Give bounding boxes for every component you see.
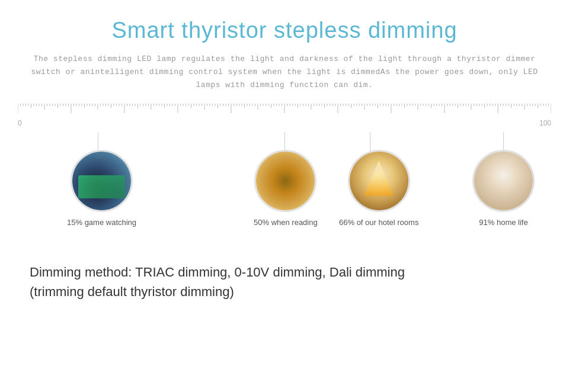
connector-home-life [503, 132, 504, 151]
circle-hotel-rooms [348, 150, 410, 212]
label-when-reading: 50% when reading [254, 218, 318, 227]
ruler [18, 104, 551, 120]
circle-game-watching [71, 150, 133, 212]
dimming-method-text: Dimming method: TRIAC dimming, 0-10V dim… [30, 262, 539, 301]
ruler-max-label: 100 [539, 119, 551, 127]
scene-hotel-rooms [350, 152, 408, 210]
item-game-watching: 15% game watching [67, 150, 136, 227]
scene-game-watching [72, 152, 131, 210]
dimming-line1: Dimming method: TRIAC dimming, 0-10V dim… [30, 265, 405, 279]
connector-hotel-rooms [370, 132, 370, 151]
ruler-min-label: 0 [18, 119, 22, 127]
page-container: Smart thyristor stepless dimming The ste… [0, 0, 569, 392]
label-home-life: 91% home life [479, 218, 528, 227]
circle-home-life [472, 150, 535, 212]
dimming-method-section: Dimming method: TRIAC dimming, 0-10V dim… [18, 250, 551, 313]
items-row: 15% game watching50% when reading66% of … [18, 132, 551, 233]
circle-when-reading [254, 150, 317, 212]
ruler-svg [18, 104, 551, 120]
ruler-labels: 0 100 [18, 119, 551, 127]
scene-home-life [474, 152, 533, 210]
item-home-life: 91% home life [472, 150, 535, 227]
item-hotel-rooms: 66% of our hotel rooms [339, 150, 418, 227]
main-title: Smart thyristor stepless dimming [111, 18, 457, 43]
dimming-line2: (trimming default thyristor dimming) [30, 284, 234, 299]
connector-when-reading [284, 132, 285, 151]
ruler-container: 0 100 [18, 104, 551, 127]
scene-when-reading [256, 152, 315, 210]
description-text: The stepless dimming LED lamp regulates … [24, 53, 545, 92]
label-game-watching: 15% game watching [67, 218, 136, 227]
label-hotel-rooms: 66% of our hotel rooms [339, 218, 418, 227]
connector-game-watching [98, 132, 98, 151]
item-when-reading: 50% when reading [254, 150, 318, 227]
